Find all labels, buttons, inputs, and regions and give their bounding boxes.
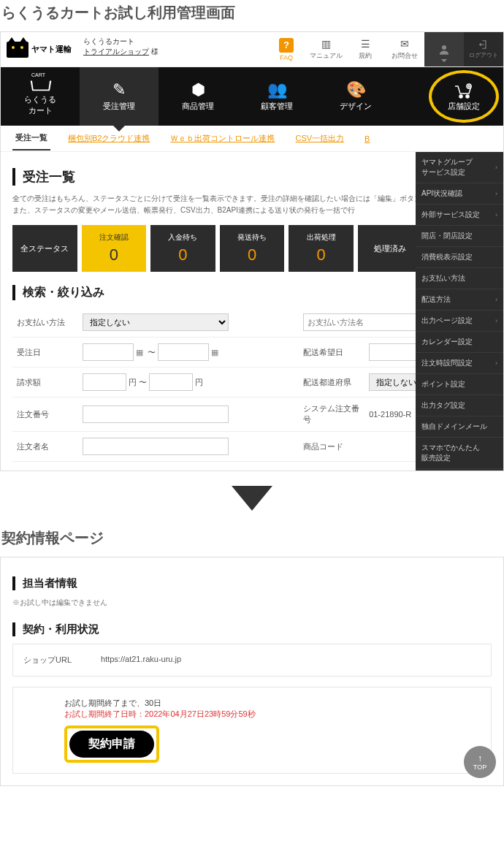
status-done[interactable]: 処理済み bbox=[358, 225, 423, 272]
input-bill-to[interactable] bbox=[149, 373, 193, 391]
gear-cart-icon bbox=[453, 82, 475, 99]
sub-nav: 受注一覧 梱包別B2クラウド連携 Ｗｅｂ出荷コントロール連携 CSV一括出力 B bbox=[1, 126, 503, 152]
logout-button[interactable]: ログアウト bbox=[464, 32, 503, 66]
input-order-date-from[interactable] bbox=[83, 343, 134, 361]
input-order-no[interactable] bbox=[83, 405, 229, 423]
nav-customers[interactable]: 👥顧客管理 bbox=[237, 67, 316, 126]
top-icons: ?FAQ ▥マニュアル ☰規約 ✉お問合せ ログアウト bbox=[267, 32, 503, 66]
chevron-right-icon: › bbox=[495, 296, 497, 303]
nav-cart[interactable]: らくうる カート bbox=[1, 67, 80, 126]
trial-days: お試し期間終了まで、30日 bbox=[64, 698, 481, 709]
dropdown-item[interactable]: 独自ドメインメール bbox=[416, 416, 503, 438]
dropdown-item[interactable]: API状況確認› bbox=[416, 183, 503, 205]
dropdown-item[interactable]: ポイント設定 bbox=[416, 374, 503, 395]
trial-box: お試し期間終了まで、30日 お試し期間終了日時：2022年04月27日23時59… bbox=[12, 687, 492, 774]
svg-point-4 bbox=[468, 85, 470, 87]
dropdown-item[interactable]: カレンダー設定 bbox=[416, 332, 503, 353]
chevron-right-icon: › bbox=[495, 359, 497, 367]
input-buyer[interactable] bbox=[83, 438, 229, 455]
tab-b2cloud[interactable]: 梱包別B2クラウド連携 bbox=[65, 127, 153, 150]
calendar-icon[interactable]: ▦ bbox=[134, 348, 145, 357]
user-icon bbox=[438, 43, 451, 56]
dropdown-item[interactable]: IPアドレス制限設定 bbox=[416, 469, 503, 471]
terms-button[interactable]: ☰規約 bbox=[345, 32, 385, 66]
dropdown-item[interactable]: 注文時設問設定› bbox=[416, 353, 503, 374]
chevron-right-icon: › bbox=[495, 190, 497, 197]
dropdown-item[interactable]: 開店・閉店設定 bbox=[416, 226, 503, 247]
dropdown-item[interactable]: 外部サービス設定› bbox=[416, 205, 503, 226]
brand-logo: ヤマト運輸 bbox=[1, 32, 77, 66]
dropdown-item[interactable]: スマホでかんたん 販売設定 bbox=[416, 438, 503, 469]
orders-icon: ✎ bbox=[112, 82, 126, 98]
calendar-icon[interactable]: ▦ bbox=[209, 348, 221, 357]
dropdown-item[interactable]: 消費税表示設定 bbox=[416, 247, 503, 268]
usage-heading: 契約・利用状況 bbox=[12, 622, 492, 636]
lbl-pay-method: お支払い方法 bbox=[12, 308, 78, 338]
logout-icon bbox=[478, 39, 489, 50]
lbl-order-no: 注文番号 bbox=[12, 397, 78, 432]
dropdown-item[interactable]: ヤマトグループ サービス設定› bbox=[416, 152, 503, 183]
cat-icon bbox=[7, 42, 28, 58]
lbl-product-code: 商品コード bbox=[299, 432, 364, 462]
url-value: https://at21.raku-uru.jp bbox=[101, 655, 181, 666]
lbl-buyer: 注文者名 bbox=[12, 432, 78, 462]
lbl-delivery-date: 配送希望日 bbox=[299, 338, 364, 367]
svg-point-2 bbox=[466, 95, 469, 98]
main-nav: らくうる カート ✎受注管理 ⬢商品管理 👥顧客管理 🎨デザイン 店舗設定 bbox=[1, 67, 503, 126]
status-all[interactable]: 全ステータス bbox=[12, 225, 77, 272]
svg-point-0 bbox=[442, 45, 446, 50]
tab-csv[interactable]: CSV一括出力 bbox=[292, 127, 347, 150]
palette-icon: 🎨 bbox=[346, 82, 366, 98]
store-dropdown: ヤマトグループ サービス設定›API状況確認›外部サービス設定›開店・閉店設定消… bbox=[416, 152, 503, 471]
input-delivery-date[interactable] bbox=[369, 343, 420, 361]
people-icon: 👥 bbox=[267, 82, 287, 98]
note-text: ※お試し中は編集できません bbox=[12, 598, 492, 608]
box-icon: ⬢ bbox=[191, 82, 205, 98]
tab-order-list[interactable]: 受注一覧 bbox=[12, 126, 50, 151]
tab-b[interactable]: B bbox=[362, 129, 373, 149]
shop-suffix: 様 bbox=[151, 47, 159, 56]
sys-no-prefix: 01-21890-R bbox=[369, 410, 411, 419]
shop-name: らくうるカート bbox=[83, 37, 159, 47]
dropdown-item[interactable]: 出力タグ設定 bbox=[416, 395, 503, 416]
tab-web-ship[interactable]: Ｗｅｂ出荷コントロール連携 bbox=[167, 127, 278, 150]
dropdown-item[interactable]: 配送方法› bbox=[416, 289, 503, 311]
input-bill-from[interactable] bbox=[83, 373, 126, 391]
topbar: ヤマト運輸 らくうるカート トライアルショップ 様 ?FAQ ▥マニュアル ☰規… bbox=[1, 32, 503, 67]
svg-point-1 bbox=[459, 95, 462, 98]
contact-button[interactable]: ✉お問合せ bbox=[385, 32, 424, 66]
nav-store-highlight[interactable]: 店舗設定 bbox=[429, 70, 499, 123]
status-confirm[interactable]: 注文確認0 bbox=[82, 225, 147, 272]
lbl-pref: 配送都道府県 bbox=[299, 367, 364, 397]
sel-pay-method[interactable]: 指定しない bbox=[83, 313, 229, 331]
section-title-contract: 契約情報ページ bbox=[0, 525, 504, 557]
chevron-right-icon: › bbox=[495, 211, 497, 218]
dropdown-item[interactable]: お支払い方法 bbox=[416, 268, 503, 289]
scroll-top-button[interactable]: TOP bbox=[464, 746, 496, 778]
faq-button[interactable]: ?FAQ bbox=[267, 32, 306, 66]
apply-button[interactable]: 契約申請 bbox=[69, 731, 154, 758]
section-title-admin: らくうるカートお試し利用管理画面 bbox=[0, 0, 504, 31]
nav-products[interactable]: ⬢商品管理 bbox=[159, 67, 237, 126]
lbl-sys-no: システム注文番号 bbox=[299, 397, 364, 432]
trial-end: お試し期間終了日時：2022年04月27日23時59分59秒 bbox=[64, 709, 481, 720]
nav-design[interactable]: 🎨デザイン bbox=[316, 67, 395, 126]
cart-icon bbox=[30, 77, 50, 91]
doc-icon: ☰ bbox=[358, 38, 373, 50]
user-menu[interactable] bbox=[424, 32, 464, 66]
url-box: ショップURL https://at21.raku-uru.jp bbox=[12, 644, 492, 677]
lbl-bill: 請求額 bbox=[12, 367, 78, 397]
apply-highlight: 契約申請 bbox=[64, 725, 159, 763]
shop-link[interactable]: トライアルショップ bbox=[83, 47, 149, 56]
status-await-pay[interactable]: 入金待ち0 bbox=[150, 225, 215, 272]
contact-heading: 担当者情報 bbox=[12, 576, 492, 590]
admin-panel: ヤマト運輸 らくうるカート トライアルショップ 様 ?FAQ ▥マニュアル ☰規… bbox=[0, 31, 504, 471]
nav-orders[interactable]: ✎受注管理 bbox=[80, 67, 159, 126]
dropdown-item[interactable]: 出力ページ設定› bbox=[416, 311, 503, 332]
manual-button[interactable]: ▥マニュアル bbox=[306, 32, 345, 66]
question-icon: ? bbox=[279, 38, 294, 53]
status-await-ship[interactable]: 発送待ち0 bbox=[220, 225, 285, 272]
input-order-date-to[interactable] bbox=[158, 343, 209, 361]
brand-text: ヤマト運輸 bbox=[31, 44, 72, 55]
status-ship-proc[interactable]: 出荷処理0 bbox=[289, 225, 354, 272]
